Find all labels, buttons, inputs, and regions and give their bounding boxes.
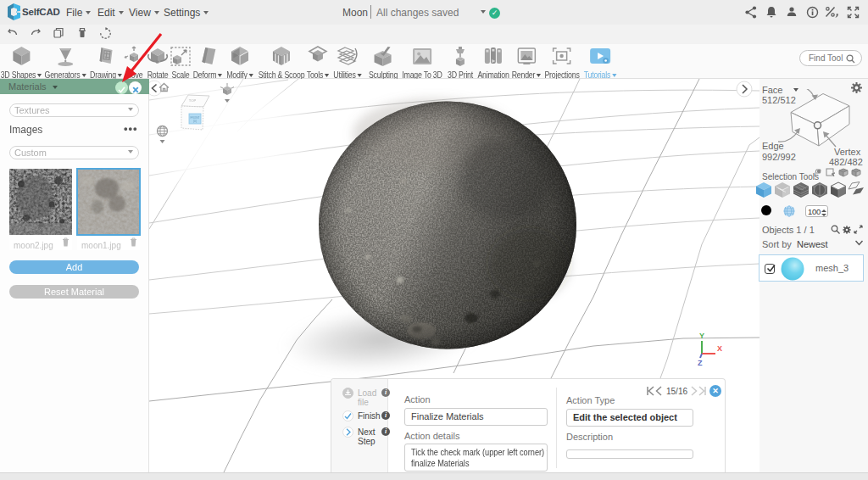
svg-text:TOP: TOP (189, 98, 197, 103)
svg-text:X: X (717, 344, 722, 353)
svg-text:15/16: 15/16 (666, 387, 687, 396)
svg-text:(0): (0) (193, 120, 197, 123)
svg-text:Z: Z (698, 359, 703, 367)
svg-text:Y: Y (699, 332, 704, 340)
